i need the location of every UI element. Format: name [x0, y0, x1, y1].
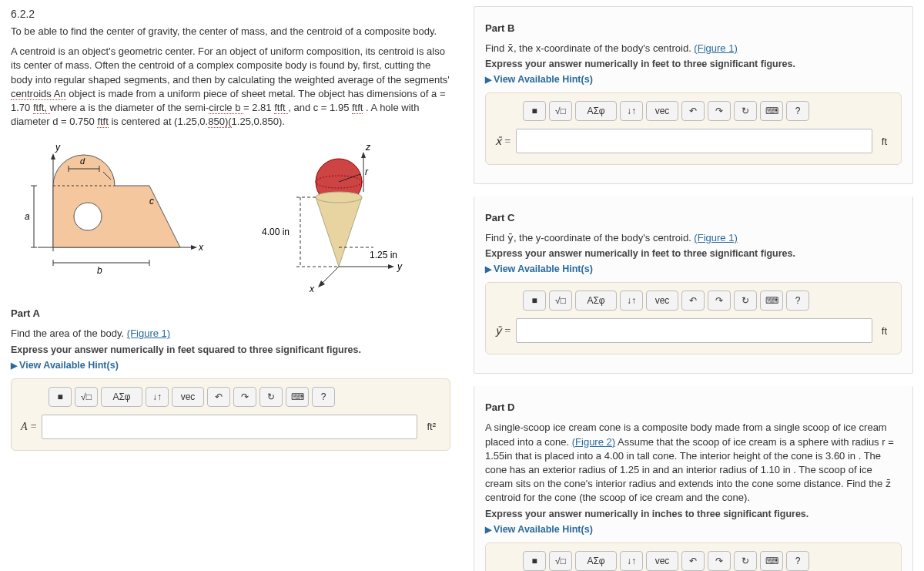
toolbar: ■ √□ ΑΣφ ↓↑ vec ↶ ↷ ↻ ⌨ ? [523, 101, 892, 121]
svg-text:x: x [309, 284, 315, 294]
template-button[interactable]: ■ [523, 551, 546, 571]
template-button[interactable]: ■ [49, 387, 72, 407]
keyboard-button[interactable]: ⌨ [760, 551, 783, 571]
part-c-answer-panel: ■ √□ ΑΣφ ↓↑ vec ↶ ↷ ↻ ⌨ ? ȳ = ft [485, 282, 902, 354]
redo-button[interactable]: ↷ [708, 101, 731, 121]
text: where a is the diameter of the semi- [50, 102, 209, 113]
template-button[interactable]: ■ [523, 291, 546, 311]
sqrt-button[interactable]: √□ [549, 551, 572, 571]
answer-var-label: ȳ = [495, 324, 511, 338]
answer-var-label: A = [21, 421, 37, 433]
part-b-prompt: Find x̄, the x-coordinate of the body's … [485, 42, 902, 55]
text: 1.25,0.850). [232, 116, 285, 127]
template-button[interactable]: ■ [523, 101, 546, 121]
text: ftft, [33, 102, 50, 114]
figure-link[interactable]: (Figure 1) [694, 232, 737, 244]
reset-button[interactable]: ↻ [734, 551, 757, 571]
text: ftft [97, 116, 108, 128]
toolbar: ■ √□ ΑΣφ ↓↑ vec ↶ ↷ ↻ ⌨ ? [523, 551, 892, 571]
answer-var-label: x̄ = [495, 135, 511, 148]
undo-button[interactable]: ↶ [681, 101, 705, 121]
part-c-prompt: Find ȳ, the y-coordinate of the body's c… [485, 231, 902, 245]
svg-text:a: a [25, 211, 30, 222]
answer-input[interactable] [42, 415, 417, 439]
answer-unit: ft [877, 133, 892, 150]
axis-y-label: y [55, 142, 61, 153]
part-c-instruction: Express your answer numerically in feet … [485, 248, 902, 259]
subscript-button[interactable]: ↓↑ [620, 551, 643, 571]
answer-input[interactable] [516, 129, 872, 153]
greek-button[interactable]: ΑΣφ [575, 101, 617, 121]
sqrt-button[interactable]: √□ [549, 291, 572, 311]
text: is centered at (1.25,0. [109, 116, 208, 127]
keyboard-button[interactable]: ⌨ [760, 101, 783, 121]
part-a-hints[interactable]: View Available Hint(s) [11, 360, 450, 371]
section-number: 6.2.2 [11, 8, 450, 20]
part-a-prompt: Find the area of the body. (Figure 1) [11, 327, 450, 341]
greek-button[interactable]: ΑΣφ [575, 551, 617, 571]
sqrt-button[interactable]: √□ [75, 387, 98, 407]
problem-statement: A centroid is an object's geometric cent… [11, 45, 450, 129]
text: circle b [209, 102, 243, 114]
svg-marker-32 [388, 264, 394, 269]
text: Find the area of the body. [11, 327, 127, 339]
help-button[interactable]: ? [786, 101, 809, 121]
svg-text:1.25 in: 1.25 in [370, 250, 397, 260]
part-b-answer-panel: ■ √□ ΑΣφ ↓↑ vec ↶ ↷ ↻ ⌨ ? x̄ = ft [485, 92, 902, 165]
vec-button[interactable]: vec [646, 551, 678, 571]
keyboard-button[interactable]: ⌨ [286, 387, 309, 407]
svg-text:4.00 in: 4.00 in [262, 227, 290, 237]
figure-link[interactable]: (Figure 2) [572, 436, 615, 448]
subscript-button[interactable]: ↓↑ [620, 291, 643, 311]
undo-button[interactable]: ↶ [681, 551, 705, 571]
redo-button[interactable]: ↷ [708, 291, 731, 311]
reset-button[interactable]: ↻ [259, 387, 283, 407]
greek-button[interactable]: ΑΣφ [575, 291, 617, 311]
axis-x-label: x [198, 242, 204, 253]
subscript-button[interactable]: ↓↑ [146, 387, 169, 407]
figure-1: y x d [11, 139, 216, 294]
svg-text:d: d [80, 156, 85, 166]
reset-button[interactable]: ↻ [734, 291, 757, 311]
toolbar: ■ √□ ΑΣφ ↓↑ vec ↶ ↷ ↻ ⌨ ? [49, 387, 440, 407]
help-button[interactable]: ? [786, 291, 809, 311]
svg-text:c: c [149, 196, 154, 207]
help-button[interactable]: ? [312, 387, 335, 407]
svg-text:b: b [97, 265, 102, 276]
keyboard-button[interactable]: ⌨ [760, 291, 783, 311]
part-c-hints[interactable]: View Available Hint(s) [485, 264, 902, 274]
text: 850)( [208, 116, 231, 128]
text: centroids An [11, 88, 66, 100]
part-a-answer-panel: ■ √□ ΑΣφ ↓↑ vec ↶ ↷ ↻ ⌨ ? A = ft² [11, 378, 450, 451]
figure-link[interactable]: (Figure 1) [127, 327, 170, 339]
part-b-section: Part B Find x̄, the x-coordinate of the … [474, 6, 913, 184]
greek-button[interactable]: ΑΣφ [101, 387, 142, 407]
answer-input[interactable] [516, 318, 872, 343]
svg-point-4 [74, 203, 102, 230]
vec-button[interactable]: vec [646, 101, 678, 121]
subscript-button[interactable]: ↓↑ [620, 101, 643, 121]
vec-button[interactable]: vec [172, 387, 204, 407]
vec-button[interactable]: vec [646, 291, 678, 311]
reset-button[interactable]: ↻ [734, 101, 757, 121]
part-c-section: Part C Find ȳ, the y-coordinate of the b… [474, 196, 913, 374]
part-d-section: Part D A single-scoop ice cream cone is … [474, 386, 913, 571]
text: Find x̄, the x-coordinate of the body's … [485, 42, 694, 54]
undo-button[interactable]: ↶ [207, 387, 230, 407]
sqrt-button[interactable]: √□ [549, 101, 572, 121]
toolbar: ■ √□ ΑΣφ ↓↑ vec ↶ ↷ ↻ ⌨ ? [523, 291, 892, 311]
part-a-title: Part A [11, 307, 450, 319]
figure-link[interactable]: (Figure 1) [694, 42, 737, 54]
learning-objective: To be able to find the center of gravity… [11, 25, 450, 39]
redo-button[interactable]: ↷ [708, 551, 731, 571]
part-d-hints[interactable]: View Available Hint(s) [485, 524, 902, 535]
answer-unit: ft [877, 322, 892, 340]
text: ftft [274, 102, 288, 114]
undo-button[interactable]: ↶ [681, 291, 705, 311]
redo-button[interactable]: ↷ [233, 387, 256, 407]
text: Find ȳ, the y-coordinate of the body's c… [485, 232, 694, 244]
help-button[interactable]: ? [786, 551, 809, 571]
part-b-hints[interactable]: View Available Hint(s) [485, 74, 902, 85]
text: = 2.81 [243, 102, 274, 113]
part-c-title: Part C [485, 212, 902, 223]
